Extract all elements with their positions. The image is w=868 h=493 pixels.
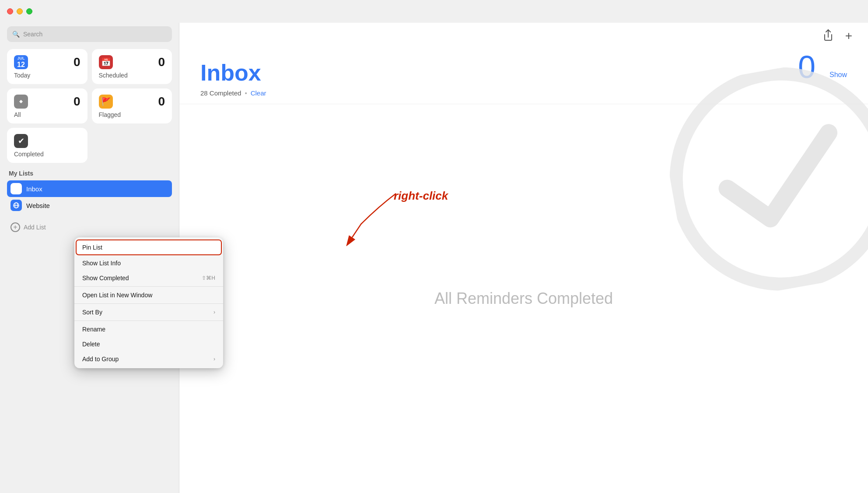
completed-count-label: 28 Completed <box>200 89 241 97</box>
show-button[interactable]: Show <box>830 71 847 79</box>
smart-card-all[interactable]: 0 All <box>7 88 88 123</box>
inbox-header: Inbox 28 Completed • Clear <box>179 49 868 104</box>
main-content: + Inbox 28 Completed • Clear 0 Show A <box>179 23 868 493</box>
smart-card-flagged[interactable]: 🚩 0 Flagged <box>92 88 172 123</box>
context-divider-1 <box>74 286 223 287</box>
context-menu-pin-list[interactable]: Pin List <box>76 240 221 255</box>
inbox-meta: 28 Completed • Clear <box>200 89 847 97</box>
main-toolbar: + <box>179 23 868 49</box>
completed-label: Completed <box>14 151 80 158</box>
search-icon: 🔍 <box>12 31 20 38</box>
context-divider-2 <box>74 303 223 304</box>
context-menu-show-completed[interactable]: Show Completed ⇧⌘H <box>74 271 223 285</box>
today-count: 0 <box>74 55 80 69</box>
all-count: 0 <box>74 95 80 109</box>
inbox-title: Inbox <box>200 60 847 86</box>
scheduled-count: 0 <box>158 55 165 69</box>
clear-button[interactable]: Clear <box>251 89 266 97</box>
title-bar <box>0 0 868 23</box>
smart-card-today[interactable]: JUL 12 0 Today <box>7 49 88 84</box>
empty-state-text: All Reminders Completed <box>434 289 613 308</box>
today-icon: JUL 12 <box>14 55 28 69</box>
scheduled-label: Scheduled <box>99 72 165 79</box>
website-icon <box>10 200 22 211</box>
context-menu-rename[interactable]: Rename <box>74 322 223 337</box>
share-button[interactable] <box>822 28 835 45</box>
sidebar-item-website[interactable]: Website <box>7 197 172 214</box>
my-lists-header: My Lists <box>7 170 172 177</box>
today-label: Today <box>14 72 80 79</box>
add-to-group-chevron: › <box>214 356 215 362</box>
traffic-lights <box>7 8 32 14</box>
zero-badge: 0 <box>798 49 816 85</box>
sidebar: 🔍 Search JUL 12 0 Today 📅 0 <box>0 23 179 493</box>
flagged-label: Flagged <box>99 111 165 118</box>
app-container: 🔍 Search JUL 12 0 Today 📅 0 <box>0 23 868 493</box>
context-divider-3 <box>74 320 223 321</box>
context-menu-sort-by[interactable]: Sort By › <box>74 305 223 320</box>
minimize-button[interactable] <box>17 8 23 14</box>
context-menu-open-new-window[interactable]: Open List in New Window <box>74 288 223 303</box>
add-list-button[interactable]: + Add List <box>7 219 172 236</box>
context-menu-add-to-group[interactable]: Add to Group › <box>74 352 223 366</box>
all-label: All <box>14 111 80 118</box>
smart-card-completed[interactable]: ✔ Completed <box>7 128 88 163</box>
add-list-label: Add List <box>24 224 46 231</box>
smart-card-scheduled[interactable]: 📅 0 Scheduled <box>92 49 172 84</box>
sidebar-item-inbox[interactable]: Inbox <box>7 180 172 197</box>
sort-by-chevron: › <box>214 309 215 315</box>
smart-grid: JUL 12 0 Today 📅 0 Scheduled <box>7 49 172 163</box>
empty-state: All Reminders Completed <box>179 104 868 493</box>
all-icon <box>14 95 28 109</box>
maximize-button[interactable] <box>26 8 32 14</box>
flagged-count: 0 <box>158 95 165 109</box>
add-list-icon: + <box>10 222 20 232</box>
close-button[interactable] <box>7 8 13 14</box>
completed-icon: ✔ <box>14 134 28 148</box>
scheduled-icon: 📅 <box>99 55 113 69</box>
website-label: Website <box>26 202 50 209</box>
search-placeholder: Search <box>23 31 42 38</box>
search-bar[interactable]: 🔍 Search <box>7 26 172 42</box>
annotation-label: right-click <box>394 189 448 203</box>
flagged-icon: 🚩 <box>99 95 113 109</box>
dot-separator: • <box>245 89 247 97</box>
context-menu-show-list-info[interactable]: Show List Info <box>74 256 223 271</box>
inbox-icon <box>10 183 22 194</box>
add-button[interactable]: + <box>844 27 854 45</box>
context-menu-delete[interactable]: Delete <box>74 337 223 352</box>
context-menu: Pin List Show List Info Show Completed ⇧… <box>74 237 223 368</box>
inbox-label: Inbox <box>26 185 42 193</box>
